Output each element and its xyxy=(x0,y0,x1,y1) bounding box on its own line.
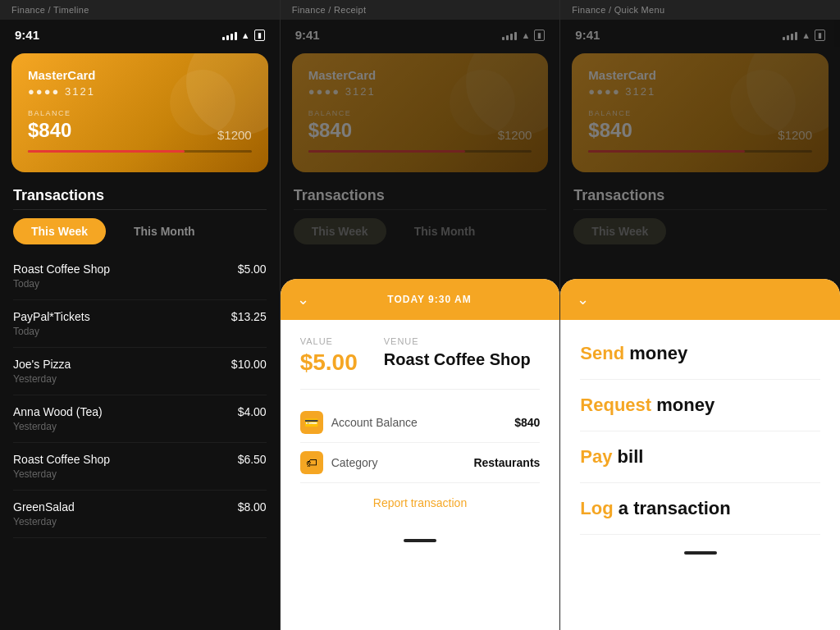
receipt-time-label: TODAY 9:30 AM xyxy=(316,294,544,305)
receipt-value: $5.00 xyxy=(300,349,358,376)
log-transaction-item[interactable]: Log a transaction xyxy=(580,483,820,535)
status-icons-2: ▲ ▮ xyxy=(502,30,545,41)
card-2: MasterCard ●●●● 3121 BALANCE $840 $1200 xyxy=(292,53,549,172)
transaction-label: a transaction xyxy=(614,498,731,518)
card-balance-row-1: BALANCE $840 $1200 xyxy=(28,109,252,142)
signal-icon-3 xyxy=(783,30,797,40)
tabs-1: This Week This Month xyxy=(0,210,280,253)
category-icon: 🏷 xyxy=(300,451,323,474)
request-label: Request xyxy=(580,395,651,415)
receipt-value-label: VALUE xyxy=(300,336,358,346)
list-item[interactable]: GreenSaladYesterday $8.00 xyxy=(13,491,267,538)
tabs-3: This Week xyxy=(560,210,840,253)
send-money-item[interactable]: Send money xyxy=(580,328,820,380)
card-number-1: ●●●● 3121 xyxy=(28,85,252,98)
list-item[interactable]: Roast Coffee ShopToday $5.00 xyxy=(13,253,267,300)
card-limit-1: $1200 xyxy=(217,128,252,142)
receipt-venue-label: VENUE xyxy=(384,336,531,346)
log-label: Log xyxy=(580,498,613,518)
card-progress-fill-3 xyxy=(588,150,745,153)
receipt-venue: Roast Coffee Shop xyxy=(384,349,531,369)
panel-label-1: Finance / Timeline xyxy=(0,0,280,20)
tabs-2: This Week This Month xyxy=(281,210,560,253)
tab-this-month-1[interactable]: This Month xyxy=(116,218,213,244)
card-balance-label-2: BALANCE xyxy=(308,109,352,117)
card-progress-fill-1 xyxy=(28,150,185,153)
panel-label-2: Finance / Receipt xyxy=(281,0,560,20)
battery-icon-1: ▮ xyxy=(254,30,265,41)
card-number-3: ●●●● 3121 xyxy=(588,85,812,98)
account-balance-label: Account Balance xyxy=(331,416,418,429)
chevron-down-icon[interactable]: ⌄ xyxy=(297,290,309,308)
signal-icon-1 xyxy=(222,30,237,40)
card-number-2: ●●●● 3121 xyxy=(308,85,532,98)
card-limit-2: $1200 xyxy=(498,128,532,142)
wifi-icon-3: ▲ xyxy=(801,30,810,40)
card-progress-1 xyxy=(28,150,252,153)
quick-menu-body: Send money Request money Pay bill Log a … xyxy=(560,320,840,543)
card-balance-2: $840 xyxy=(308,119,352,142)
card-progress-fill-2 xyxy=(308,150,465,153)
receipt-category-row: 🏷 Category Restaurants xyxy=(300,443,541,483)
home-indicator-2 xyxy=(404,539,436,542)
category-label: Category xyxy=(331,456,378,469)
money-label-2: money xyxy=(651,395,714,415)
card-limit-3: $1200 xyxy=(778,128,812,142)
tab-this-month-2[interactable]: This Month xyxy=(396,218,494,244)
battery-icon-2: ▮ xyxy=(534,30,545,41)
status-time-1: 9:41 xyxy=(15,28,39,42)
status-icons-1: ▲ ▮ xyxy=(222,30,265,41)
card-progress-2 xyxy=(308,150,532,153)
chevron-down-icon-3[interactable]: ⌄ xyxy=(577,290,589,308)
card-1: MasterCard ●●●● 3121 BALANCE $840 $1200 xyxy=(11,53,268,172)
pay-label: Pay xyxy=(580,446,612,467)
card-balance-1: $840 xyxy=(28,119,71,142)
receipt-balance-row: 💳 Account Balance $840 xyxy=(300,403,541,443)
panel-quickmenu: Finance / Quick Menu 9:41 ▲ ▮ MasterCard… xyxy=(559,0,840,630)
receipt-divider xyxy=(300,389,541,390)
status-bar-3: 9:41 ▲ ▮ xyxy=(560,20,840,47)
report-transaction-button[interactable]: Report transaction xyxy=(300,483,541,523)
wifi-icon-1: ▲ xyxy=(241,30,250,40)
signal-icon-2 xyxy=(502,30,517,40)
list-item[interactable]: Anna Wood (Tea)Yesterday $4.00 xyxy=(13,395,267,443)
receipt-overlay: ⌄ TODAY 9:30 AM VALUE $5.00 VENUE Roast … xyxy=(281,279,560,630)
tab-this-week-1[interactable]: This Week xyxy=(13,218,106,244)
card-3: MasterCard ●●●● 3121 BALANCE $840 $1200 xyxy=(572,53,829,172)
bill-label: bill xyxy=(613,446,644,467)
panel-timeline: Finance / Timeline 9:41 ▲ ▮ MasterCard ●… xyxy=(0,0,280,630)
transactions-title-2: Transactions xyxy=(281,179,560,209)
receipt-value-venue-row: VALUE $5.00 VENUE Roast Coffee Shop xyxy=(300,336,541,376)
list-item[interactable]: PayPal*TicketsToday $13.25 xyxy=(13,300,267,348)
card-balance-row-2: BALANCE $840 $1200 xyxy=(308,109,532,142)
card-brand-1: MasterCard xyxy=(28,68,252,82)
pay-bill-item[interactable]: Pay bill xyxy=(580,431,820,483)
wifi-icon-2: ▲ xyxy=(521,30,530,40)
status-time-3: 9:41 xyxy=(575,28,600,42)
card-brand-3: MasterCard xyxy=(588,68,812,82)
category-value: Restaurants xyxy=(473,456,540,469)
battery-icon-3: ▮ xyxy=(815,30,825,41)
request-money-item[interactable]: Request money xyxy=(580,380,820,431)
panel-receipt: Finance / Receipt 9:41 ▲ ▮ MasterCard ●●… xyxy=(280,0,560,630)
list-item[interactable]: Joe's PizzaYesterday $10.00 xyxy=(13,348,267,395)
account-balance-icon: 💳 xyxy=(300,411,323,434)
list-item[interactable]: Roast Coffee ShopYesterday $6.50 xyxy=(13,443,267,491)
receipt-body: VALUE $5.00 VENUE Roast Coffee Shop 💳 Ac… xyxy=(281,320,560,539)
panel-label-3: Finance / Quick Menu xyxy=(560,0,840,20)
status-bar-1: 9:41 ▲ ▮ xyxy=(0,20,280,47)
account-balance-value: $840 xyxy=(514,416,540,429)
receipt-header: ⌄ TODAY 9:30 AM xyxy=(281,279,560,320)
quick-menu-header: ⌄ xyxy=(560,279,840,320)
transactions-title-1: Transactions xyxy=(0,179,280,209)
tab-this-week-3[interactable]: This Week xyxy=(573,218,666,244)
quick-menu-overlay: ⌄ Send money Request money Pay bill Log … xyxy=(560,279,840,630)
transactions-title-3: Transactions xyxy=(560,179,840,209)
card-balance-row-3: BALANCE $840 $1200 xyxy=(588,109,812,142)
transaction-list-1: Roast Coffee ShopToday $5.00 PayPal*Tick… xyxy=(0,253,280,630)
card-progress-3 xyxy=(588,150,812,153)
tab-this-week-2[interactable]: This Week xyxy=(294,218,386,244)
card-brand-2: MasterCard xyxy=(308,68,532,82)
status-bar-2: 9:41 ▲ ▮ xyxy=(281,20,560,47)
home-indicator-3 xyxy=(684,551,717,555)
